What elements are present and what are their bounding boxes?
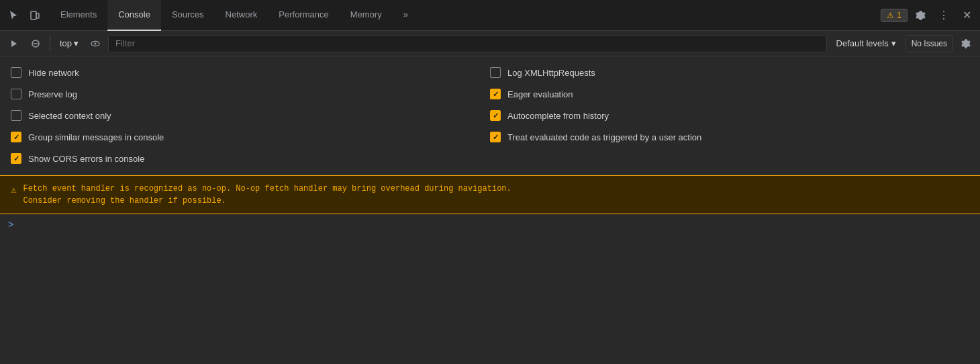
checkbox-autocomplete[interactable]: Autocomplete from history — [490, 105, 969, 126]
checkbox-group-similar[interactable]: Group similar messages in console — [11, 126, 490, 148]
checkbox-log-xmlhttp[interactable]: Log XMLHttpRequests — [490, 62, 969, 83]
checkbox-group-similar-input[interactable] — [11, 132, 21, 142]
tab-memory[interactable]: Memory — [340, 0, 393, 31]
tab-bar-right: ⚠ 1 ⋮ ✕ — [881, 6, 976, 25]
checkbox-preserve-log-input[interactable] — [11, 89, 21, 99]
svg-point-6 — [95, 42, 97, 44]
settings-left-column: Hide network Preserve log Selected conte… — [11, 62, 490, 169]
warning-message: ⚠ Fetch event handler is recognized as n… — [0, 175, 980, 214]
tab-elements[interactable]: Elements — [50, 0, 107, 31]
filter-input[interactable] — [108, 35, 827, 52]
warning-triangle-icon: ⚠ — [11, 183, 16, 197]
checkbox-cors-errors-input[interactable] — [11, 153, 21, 164]
chevron-down-icon: ▾ — [891, 38, 896, 48]
warning-count: 1 — [897, 11, 901, 20]
svg-rect-0 — [31, 11, 36, 19]
context-selector[interactable]: top ▾ — [56, 37, 83, 50]
clear-icon[interactable] — [27, 35, 44, 52]
execute-icon[interactable] — [5, 35, 23, 52]
no-issues-button[interactable]: No Issues — [905, 35, 953, 52]
toolbar-divider — [50, 36, 50, 51]
svg-rect-1 — [36, 13, 39, 18]
svg-marker-2 — [11, 40, 17, 47]
tab-sources[interactable]: Sources — [161, 0, 215, 31]
toolbar: top ▾ Default levels ▾ No Issues — [0, 31, 980, 56]
tab-bar: Elements Console Sources Network Perform… — [0, 0, 980, 31]
checkbox-treat-evaluated[interactable]: Treat evaluated code as triggered by a u… — [490, 126, 969, 148]
cursor-icon[interactable] — [4, 6, 23, 25]
warning-text: Fetch event handler is recognized as no-… — [23, 183, 511, 207]
default-levels-button[interactable]: Default levels ▾ — [831, 37, 901, 50]
tab-console[interactable]: Console — [107, 0, 161, 31]
console-prompt-icon: > — [8, 220, 13, 230]
console-input-row: > — [0, 214, 980, 236]
tab-more[interactable]: » — [393, 0, 419, 31]
checkbox-hide-network-input[interactable] — [11, 67, 21, 78]
checkbox-eager-eval-input[interactable] — [490, 89, 501, 99]
eye-icon[interactable] — [87, 35, 104, 52]
chevron-down-icon: ▾ — [74, 38, 79, 48]
checkbox-selected-context[interactable]: Selected context only — [11, 105, 490, 126]
tab-bar-icons — [4, 6, 44, 25]
tab-performance[interactable]: Performance — [268, 0, 339, 31]
checkbox-cors-errors[interactable]: Show CORS errors in console — [11, 148, 490, 169]
checkbox-preserve-log[interactable]: Preserve log — [11, 83, 490, 105]
settings-icon[interactable] — [912, 6, 930, 25]
checkbox-log-xmlhttp-input[interactable] — [490, 67, 501, 78]
checkbox-treat-evaluated-input[interactable] — [490, 132, 501, 142]
close-icon[interactable]: ✕ — [957, 6, 976, 25]
settings-right-column: Log XMLHttpRequests Eager evaluation Aut… — [490, 62, 969, 169]
tab-network[interactable]: Network — [215, 0, 268, 31]
settings-gear-icon[interactable] — [957, 35, 975, 52]
warning-triangle-icon: ⚠ — [887, 11, 894, 20]
checkbox-eager-eval[interactable]: Eager evaluation — [490, 83, 969, 105]
device-icon[interactable] — [26, 6, 44, 25]
console-input[interactable] — [19, 220, 972, 230]
checkbox-autocomplete-input[interactable] — [490, 110, 501, 121]
settings-panel: Hide network Preserve log Selected conte… — [0, 56, 980, 175]
warning-badge[interactable]: ⚠ 1 — [881, 9, 908, 22]
checkbox-selected-context-input[interactable] — [11, 110, 21, 121]
context-label: top — [60, 38, 72, 48]
more-options-icon[interactable]: ⋮ — [934, 6, 953, 25]
checkbox-hide-network[interactable]: Hide network — [11, 62, 490, 83]
